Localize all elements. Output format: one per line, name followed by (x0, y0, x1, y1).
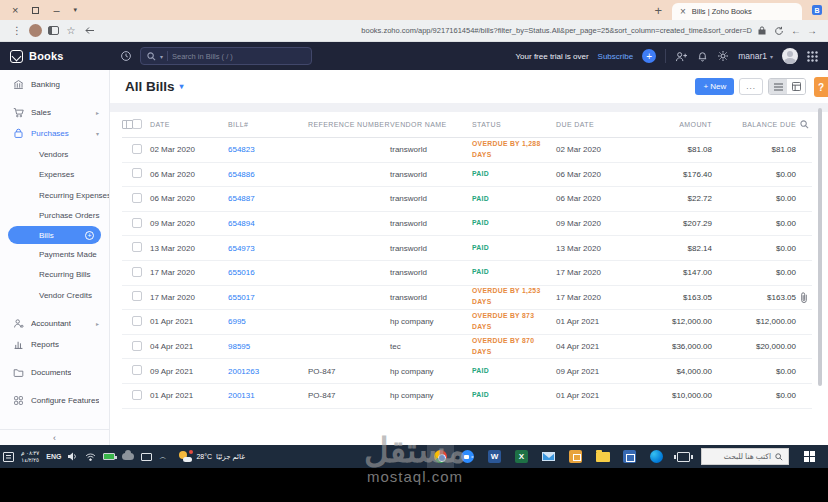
sidebar-item-sales[interactable]: Sales ▸ (0, 102, 109, 123)
new-bill-button[interactable]: + New (695, 78, 734, 95)
bill-number-link[interactable]: 654894 (228, 219, 308, 228)
browser-menu-icon[interactable]: ⋮ (8, 25, 26, 36)
sidebar-item-documents[interactable]: Documents (0, 362, 109, 383)
apps-grid-icon[interactable] (807, 51, 818, 62)
row-checkbox[interactable] (132, 242, 142, 252)
select-all-checkbox[interactable] (132, 119, 142, 129)
network-wifi-icon[interactable] (85, 453, 96, 461)
bill-number-link[interactable]: 654886 (228, 170, 308, 179)
help-button[interactable]: ? (814, 77, 828, 97)
window-menu-chevron[interactable]: ▾ (74, 6, 78, 14)
window-minimize-button[interactable]: – (53, 4, 59, 16)
collections-icon[interactable] (80, 26, 98, 35)
zoom-icon[interactable] (454, 445, 481, 468)
bill-number-link[interactable]: 98595 (228, 342, 308, 351)
row-checkbox[interactable] (132, 390, 142, 400)
row-checkbox[interactable] (132, 341, 142, 351)
more-options-button[interactable]: ... (739, 78, 763, 95)
table-row[interactable]: 01 Apr 2021200131PO-847hp companyPAID01 … (122, 384, 812, 409)
sidebar-item-expenses[interactable]: Expenses (0, 165, 109, 186)
search-scope-chevron-icon[interactable]: ▾ (160, 53, 163, 60)
row-checkbox[interactable] (132, 267, 142, 277)
table-row[interactable]: 09 Mar 2020654894transworldPAID09 Mar 20… (122, 212, 812, 237)
sidebar-item-configure-features[interactable]: Configure Features list (0, 390, 109, 411)
sidebar-item-payments-made[interactable]: Payments Made (0, 244, 109, 265)
action-center-icon[interactable] (3, 452, 14, 462)
vertical-scrollbar[interactable] (818, 108, 822, 386)
table-row[interactable]: 09 Apr 20212001263PO-847hp companyPAID09… (122, 359, 812, 384)
sidebar-item-bills[interactable]: Bills + (8, 226, 101, 244)
sidebar-item-vendors[interactable]: Vendors (0, 144, 109, 165)
table-row[interactable]: 02 Mar 2020654823transworldOVERDUE BY 1,… (122, 138, 812, 163)
table-row[interactable]: 17 Mar 2020655017transworldOVERDUE BY 1,… (122, 286, 812, 311)
col-amount[interactable]: AMOUNT (679, 121, 712, 128)
url-bar[interactable]: books.zoho.com/app/9217161454#/bills?fil… (98, 26, 770, 35)
side-panel-icon[interactable] (44, 26, 62, 35)
profile-avatar[interactable] (26, 24, 44, 37)
row-checkbox[interactable] (132, 144, 142, 154)
quick-create-button[interactable]: + (642, 49, 656, 63)
display-icon[interactable] (141, 453, 152, 461)
taskbar-search[interactable]: اكتب هنا للبحث (701, 448, 789, 465)
window-close-button[interactable]: × (12, 4, 18, 16)
start-button[interactable] (793, 445, 825, 468)
bill-number-link[interactable]: 654973 (228, 244, 308, 253)
sidebar-item-accountant[interactable]: Accountant ▸ (0, 313, 109, 334)
bill-number-link[interactable]: 6995 (228, 317, 308, 326)
window-restore-button[interactable] (32, 7, 39, 14)
tab-close-icon[interactable]: × (680, 6, 686, 17)
bill-number-link[interactable]: 655017 (228, 293, 308, 302)
file-explorer-icon[interactable] (589, 445, 616, 468)
bill-number-link[interactable]: 200131 (228, 391, 308, 400)
page-title[interactable]: All Bills ▾ (125, 79, 184, 94)
row-checkbox[interactable] (132, 365, 142, 375)
books-logo[interactable]: Books (10, 50, 110, 63)
sidebar-item-banking[interactable]: Banking (0, 74, 109, 95)
bill-number-link[interactable]: 654823 (228, 145, 308, 154)
battery-icon[interactable] (103, 453, 115, 460)
col-status[interactable]: STATUS (472, 121, 556, 128)
onedrive-cloud-icon[interactable] (122, 453, 134, 460)
row-checkbox[interactable] (132, 291, 142, 301)
col-balance-due[interactable]: BALANCE DUE (742, 121, 796, 128)
subscribe-link[interactable]: Subscribe (598, 52, 634, 61)
sidebar-item-recurring-expenses[interactable]: Recurring Expenses (0, 185, 109, 206)
table-row[interactable]: 04 Apr 202198595tecOVERDUE BY 870 DAYS04… (122, 335, 812, 360)
global-search-input[interactable]: ▾ Search in Bills ( / ) (140, 47, 312, 65)
edge-icon[interactable] (643, 445, 670, 468)
col-date[interactable]: DATE (150, 121, 228, 128)
reload-icon[interactable] (770, 26, 788, 36)
store-icon[interactable] (562, 445, 589, 468)
photos-icon[interactable] (616, 445, 643, 468)
sidebar-collapse-button[interactable]: ‹ (0, 429, 109, 445)
bill-number-link[interactable]: 654887 (228, 194, 308, 203)
sidebar-item-recurring-bills[interactable]: Recurring Bills (0, 265, 109, 286)
row-checkbox[interactable] (132, 316, 142, 326)
col-bill[interactable]: BILL# (228, 121, 308, 128)
weather-widget[interactable]: 28°C غائم جزئيًا (179, 451, 244, 462)
excel-icon[interactable]: X (508, 445, 535, 468)
table-row[interactable]: 17 Mar 2020655016transworldPAID17 Mar 20… (122, 261, 812, 286)
back-icon[interactable]: ← (788, 25, 804, 36)
col-due-date[interactable]: DUE DATE (556, 121, 652, 128)
notifications-bell-icon[interactable] (697, 50, 708, 62)
sidebar-item-purchases[interactable]: Purchases ▾ (0, 123, 109, 144)
favorites-star-icon[interactable]: ☆ (62, 25, 80, 36)
table-row[interactable]: 06 Mar 2020654887transworldPAID06 Mar 20… (122, 187, 812, 212)
forward-icon[interactable]: → (804, 25, 820, 36)
table-row[interactable]: 01 Apr 20216995hp companyOVERDUE BY 873 … (122, 310, 812, 335)
bill-number-link[interactable]: 655016 (228, 268, 308, 277)
settings-gear-icon[interactable] (717, 50, 729, 62)
col-reference[interactable]: REFERENCE NUMBER (308, 121, 390, 128)
recent-history-icon[interactable] (120, 50, 132, 62)
col-vendor[interactable]: VENDOR NAME (390, 121, 472, 128)
bill-number-link[interactable]: 2001263 (228, 367, 308, 376)
user-avatar[interactable] (782, 48, 798, 64)
column-settings-icon[interactable] (122, 120, 133, 129)
chrome-icon[interactable] (427, 445, 454, 468)
sidebar-item-vendor-credits[interactable]: Vendor Credits (0, 285, 109, 306)
refer-user-icon[interactable] (675, 51, 688, 62)
new-tab-button[interactable]: + (654, 3, 662, 18)
volume-icon[interactable] (68, 452, 78, 461)
table-row[interactable]: 13 Mar 2020654973transworldPAID13 Mar 20… (122, 236, 812, 261)
